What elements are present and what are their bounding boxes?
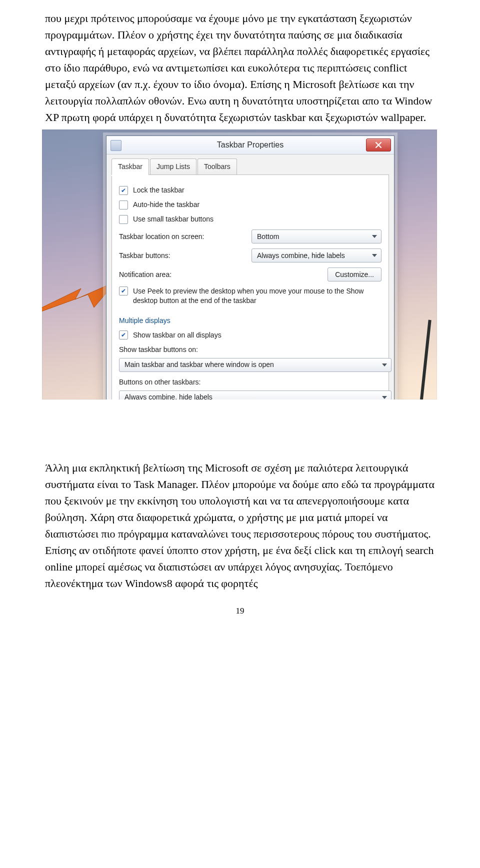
checkbox-auto-hide[interactable] [119, 200, 128, 210]
label-notification-area: Notification area: [119, 270, 172, 280]
dialog-title: Taskbar Properties [217, 139, 284, 151]
checkbox-show-all-displays[interactable] [119, 330, 128, 340]
tab-strip: Taskbar Jump Lists Toolbars [106, 154, 394, 175]
label-peek: Use Peek to preview the desktop when you… [133, 286, 382, 306]
tab-jump-lists[interactable]: Jump Lists [150, 158, 196, 175]
spacer [45, 414, 435, 460]
customize-button[interactable]: Customize... [328, 268, 382, 282]
label-auto-hide: Auto-hide the taskbar [133, 200, 382, 210]
tab-toolbars[interactable]: Toolbars [198, 158, 237, 175]
chevron-down-icon [382, 396, 387, 399]
callout-arrow [42, 276, 116, 336]
dropdown-taskbar-buttons-value: Always combine, hide labels [257, 250, 345, 261]
dropdown-show-buttons-on[interactable]: Main taskbar and taskbar where window is… [119, 358, 392, 372]
close-icon [375, 142, 382, 148]
dropdown-show-buttons-on-value: Main taskbar and taskbar where window is… [124, 360, 274, 370]
chevron-down-icon [372, 254, 377, 257]
label-show-buttons-on: Show taskbar buttons on: [119, 344, 382, 355]
label-small-buttons: Use small taskbar buttons [133, 214, 382, 224]
label-show-all-displays: Show taskbar on all displays [133, 330, 382, 340]
dropdown-other-taskbars[interactable]: Always combine, hide labels [119, 390, 392, 400]
dropdown-taskbar-location[interactable]: Bottom [252, 230, 382, 244]
checkbox-peek[interactable] [119, 286, 128, 296]
screenshot-desktop-background: Taskbar Properties Taskbar Jump Lists To… [42, 130, 437, 400]
body-paragraph-2: Άλλη μια εκπληκτική βελτίωση της Microso… [45, 460, 435, 592]
dropdown-taskbar-buttons[interactable]: Always combine, hide labels [252, 248, 382, 262]
page-number: 19 [45, 604, 435, 618]
dialog-titlebar[interactable]: Taskbar Properties [106, 136, 394, 154]
tab-taskbar[interactable]: Taskbar [112, 158, 149, 175]
pole-decoration [420, 320, 432, 400]
body-paragraph-1: που μεχρι πρότεινος μπορούσαμε να έχουμε… [45, 10, 435, 126]
legend-multiple-displays: Multiple displays [119, 316, 382, 326]
label-lock-taskbar: Lock the taskbar [133, 185, 382, 196]
checkbox-small-buttons[interactable] [119, 215, 128, 224]
taskbar-properties-dialog: Taskbar Properties Taskbar Jump Lists To… [106, 136, 394, 400]
checkbox-lock-taskbar[interactable] [119, 186, 128, 195]
dropdown-taskbar-location-value: Bottom [257, 232, 279, 242]
label-taskbar-buttons: Taskbar buttons: [119, 250, 170, 261]
label-taskbar-location: Taskbar location on screen: [119, 232, 204, 242]
chevron-down-icon [372, 235, 377, 238]
system-icon [110, 140, 122, 151]
close-button[interactable] [366, 138, 391, 152]
group-multiple-displays: Multiple displays Show taskbar on all di… [119, 312, 382, 400]
chevron-down-icon [382, 364, 387, 366]
dropdown-other-taskbars-value: Always combine, hide labels [124, 392, 212, 400]
label-other-taskbars: Buttons on other taskbars: [119, 377, 382, 388]
tab-panel-taskbar: Lock the taskbar Auto-hide the taskbar U… [112, 174, 389, 400]
